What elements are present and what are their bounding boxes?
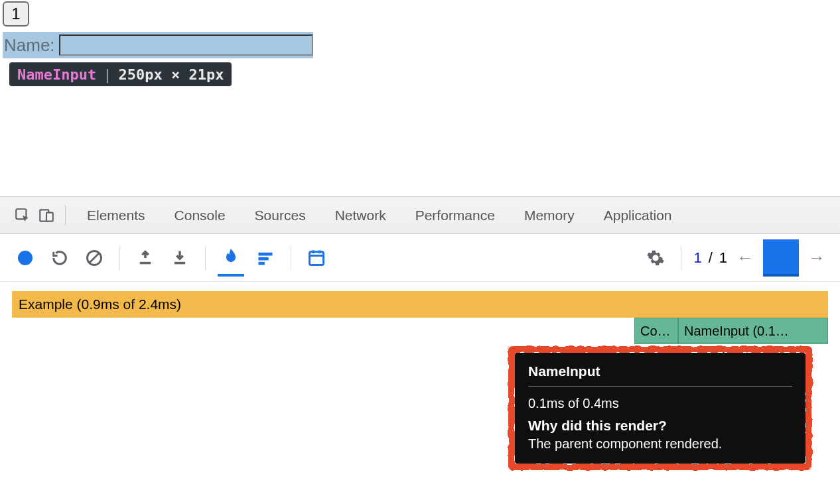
divider	[205, 246, 206, 270]
next-commit-button[interactable]: →	[805, 247, 828, 268]
clear-button[interactable]	[81, 239, 107, 277]
inspect-element-icon[interactable]	[11, 204, 35, 227]
svg-rect-9	[259, 261, 265, 265]
flamegraph-nameinput-bar[interactable]: NameInput (0.1…	[678, 318, 828, 344]
svg-rect-8	[259, 257, 269, 260]
devtools-panel: Elements Console Sources Network Perform…	[0, 196, 840, 344]
svg-rect-6	[175, 261, 185, 264]
render-tooltip-highlight: NameInput 0.1ms of 0.4ms Why did this re…	[508, 346, 812, 470]
flamegraph-child-bar[interactable]: Co…	[634, 318, 678, 344]
divider	[291, 246, 291, 270]
commit-navigator: 1 / 1 ← →	[693, 239, 828, 277]
svg-rect-5	[140, 261, 151, 264]
import-button[interactable]	[132, 239, 159, 277]
export-button[interactable]	[167, 239, 193, 277]
divider	[681, 246, 681, 270]
prev-commit-button[interactable]: ←	[734, 247, 756, 268]
name-input[interactable]	[59, 34, 313, 56]
flamegraph-root-bar[interactable]: Example (0.9ms of 2.4ms)	[12, 291, 828, 318]
name-label: Name:	[4, 35, 55, 56]
inspector-dimensions: 250px × 21px	[118, 66, 224, 83]
svg-rect-2	[46, 212, 53, 221]
commit-separator: /	[709, 249, 713, 267]
render-tooltip: NameInput 0.1ms of 0.4ms Why did this re…	[515, 353, 805, 464]
reload-button[interactable]	[46, 239, 73, 277]
divider	[119, 246, 120, 270]
divider	[65, 206, 66, 225]
flamegraph-tab[interactable]	[218, 239, 244, 277]
commit-bar[interactable]	[763, 239, 799, 277]
tab-console[interactable]: Console	[160, 197, 240, 234]
flamegraph-chart: Example (0.9ms of 2.4ms) Co… NameInput (…	[0, 282, 840, 344]
commit-total: 1	[719, 249, 727, 267]
tab-sources[interactable]: Sources	[240, 197, 320, 234]
counter-button[interactable]: 1	[3, 1, 29, 27]
tooltip-why-heading: Why did this render?	[528, 418, 792, 434]
commit-current: 1	[693, 249, 701, 267]
svg-rect-10	[310, 251, 324, 265]
element-inspector-tooltip: NameInput | 250px × 21px	[9, 62, 232, 86]
tab-memory[interactable]: Memory	[510, 197, 589, 234]
name-input-component: Name:	[3, 32, 313, 58]
devtools-tab-bar: Elements Console Sources Network Perform…	[0, 197, 840, 234]
svg-rect-7	[259, 252, 273, 255]
svg-line-4	[90, 253, 99, 263]
tab-application[interactable]: Application	[589, 197, 687, 234]
tab-performance[interactable]: Performance	[401, 197, 510, 234]
inspector-separator: |	[103, 66, 111, 83]
device-toggle-icon[interactable]	[35, 204, 58, 227]
inspector-component-name: NameInput	[17, 66, 96, 83]
tab-network[interactable]: Network	[320, 197, 401, 234]
timeline-tab[interactable]	[303, 239, 330, 277]
record-button[interactable]	[12, 239, 38, 277]
profiler-settings-icon[interactable]	[642, 239, 669, 277]
profiler-toolbar: 1 / 1 ← →	[0, 234, 840, 282]
tab-elements[interactable]: Elements	[72, 197, 160, 234]
tooltip-reason: The parent component rendered.	[528, 436, 792, 452]
tooltip-timing: 0.1ms of 0.4ms	[528, 396, 792, 411]
ranked-tab[interactable]	[252, 239, 279, 277]
tooltip-component-name: NameInput	[528, 363, 792, 387]
